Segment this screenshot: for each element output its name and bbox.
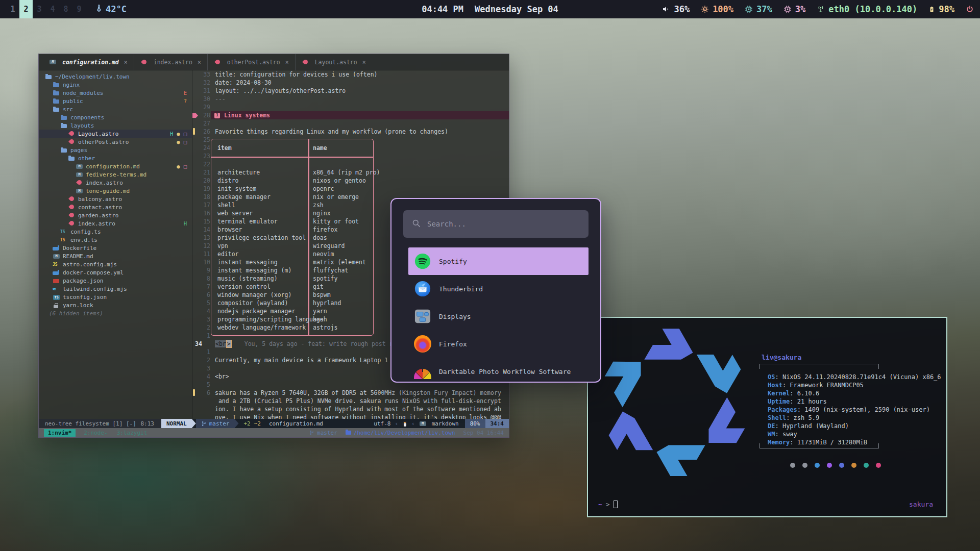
- tree-item-tsconfig.json[interactable]: tsconfig.json: [39, 293, 192, 301]
- badge-sq: □: [184, 139, 187, 145]
- tree-item-astro.config.mjs[interactable]: astro.config.mjs: [39, 260, 192, 268]
- cursor-position: 34:4: [485, 419, 509, 428]
- tab-otherPost.astro[interactable]: otherPost.astro×: [207, 54, 295, 70]
- folder-icon: [68, 155, 76, 161]
- tree-item-label: tsconfig.json: [63, 294, 107, 300]
- git-modified-count: ~2: [254, 420, 261, 427]
- close-icon[interactable]: ×: [124, 59, 128, 66]
- line-number: 14: [192, 226, 210, 234]
- badge-sq: □: [184, 163, 187, 169]
- tree-item-pages[interactable]: pages: [39, 146, 192, 154]
- tree-item-contact.astro[interactable]: contact.astro: [39, 203, 192, 211]
- launcher-item-Darktable Photo Workflow Software[interactable]: Darktable Photo Workflow Software: [408, 358, 589, 383]
- line-number: 13: [192, 234, 210, 242]
- workspace-3[interactable]: 3: [33, 0, 46, 18]
- tab-label: configuration.md: [62, 59, 119, 66]
- main-statusline: NORMAL master +2 ~2 configuration.md utf…: [161, 419, 509, 428]
- palette-dot: [802, 463, 807, 468]
- tab-index.astro[interactable]: index.astro×: [134, 54, 207, 70]
- tree-item-garden.astro[interactable]: garden.astro: [39, 211, 192, 219]
- tree-item-index.astro[interactable]: index.astro: [39, 179, 192, 187]
- close-icon[interactable]: ×: [362, 59, 366, 66]
- tree-item-docker-compose.yml[interactable]: docker-compose.yml: [39, 268, 192, 277]
- tmux-windows: 1:nvim*2:node-3:lazygit: [44, 429, 148, 437]
- tree-item-balcony.astro[interactable]: balcony.astro: [39, 195, 192, 203]
- antenna-icon: [817, 5, 825, 13]
- tree-item-env.d.ts[interactable]: env.d.ts: [39, 236, 192, 244]
- table-cell-name: git: [313, 283, 324, 291]
- search-input[interactable]: Search...: [403, 210, 589, 238]
- workspace-8[interactable]: 8: [59, 0, 72, 18]
- file-icon: [53, 269, 61, 276]
- tmux-window-2:node-[interactable]: 2:node-: [83, 430, 108, 436]
- buffer-line: 23: [192, 152, 509, 160]
- tree-item-other[interactable]: other: [39, 154, 192, 162]
- shell-prompt[interactable]: ~ >: [598, 500, 618, 508]
- tree-item-~/Development/liv.town[interactable]: ~/Development/liv.town: [39, 72, 192, 81]
- separator-chevron: ‹: [395, 420, 398, 427]
- tree-item-layouts[interactable]: layouts: [39, 121, 192, 130]
- workspace-1[interactable]: 1: [6, 0, 19, 18]
- clock-date: Wednesday Sep 04: [475, 4, 558, 14]
- markdown-heading: 1Linux systems: [211, 111, 509, 119]
- tree-item-fediverse-terms.md[interactable]: fediverse-terms.md: [39, 170, 192, 179]
- close-icon[interactable]: ×: [198, 59, 201, 66]
- fetch-info-value: : 1409 (nix-system), 2590 (nix-user): [797, 406, 930, 413]
- line-number: 11: [192, 250, 210, 258]
- volume-stat-value: 36%: [674, 4, 690, 14]
- git-branch: master: [196, 419, 235, 428]
- tree-item-(6 hidden items)[interactable]: (6 hidden items): [39, 309, 192, 317]
- tmux-window-3:lazygit[interactable]: 3:lazygit: [116, 430, 149, 436]
- tree-item-README.md[interactable]: README.md: [39, 252, 192, 260]
- workspace-2[interactable]: 2: [19, 0, 33, 18]
- badge-H: H: [170, 131, 173, 137]
- tab-Layout.astro[interactable]: Layout.astro×: [295, 54, 372, 70]
- line-text: <br>: [215, 372, 229, 381]
- linux-penguin-icon: [402, 420, 407, 427]
- workspace-4[interactable]: 4: [46, 0, 59, 18]
- file-icon: [60, 229, 68, 235]
- launcher-item-Thunderbird[interactable]: Thunderbird: [408, 275, 589, 303]
- tree-item-nginx[interactable]: nginx: [39, 81, 192, 89]
- tree-item-src[interactable]: src: [39, 105, 192, 113]
- table-cell-name: openrc: [313, 185, 334, 193]
- buffer-line: 21architecturex86_64 (rip m2 pro): [192, 168, 509, 177]
- line-text: ion. I have a setup consisting of Hyprla…: [215, 405, 501, 413]
- fetch-info-value: : 21 hours: [790, 398, 826, 405]
- line-number: 4: [192, 372, 210, 381]
- tree-item-node_modules[interactable]: node_modulesE: [39, 89, 192, 97]
- table-cell-name: fluffychat: [313, 266, 348, 274]
- file-icon: [68, 204, 76, 210]
- launcher-item-Spotify[interactable]: Spotify: [408, 247, 589, 275]
- neo-tree-panel: ~/Development/liv.townnginxnode_modulesE…: [39, 70, 192, 419]
- tree-item-tailwind.config.mjs[interactable]: tailwind.config.mjs: [39, 285, 192, 293]
- tree-item-config.ts[interactable]: config.ts: [39, 228, 192, 236]
- tree-item-package.json[interactable]: package.json: [39, 277, 192, 285]
- tree-item-public[interactable]: public?: [39, 97, 192, 105]
- separator-chevron: ‹: [411, 420, 415, 427]
- tree-item-Layout.astro[interactable]: Layout.astroH●□: [39, 130, 192, 138]
- temperature-value: 42°C: [106, 4, 127, 14]
- table-cell-name: bspwm: [313, 291, 331, 299]
- tree-item-components[interactable]: components: [39, 113, 192, 121]
- folder-icon: [60, 147, 68, 153]
- tree-item-configuration.md[interactable]: configuration.md●□: [39, 162, 192, 170]
- power-button[interactable]: [966, 5, 974, 13]
- tmux-status-bar: 1:nvim*2:node-3:lazygit master /home/liv…: [39, 428, 509, 437]
- tree-item-label: layouts: [70, 122, 94, 129]
- tree-item-tone-guide.md[interactable]: tone-guide.md: [39, 187, 192, 195]
- workspace-9[interactable]: 9: [72, 0, 86, 18]
- fetch-info-row: Uptime: 21 hours: [768, 397, 827, 406]
- tree-item-otherPost.astro[interactable]: otherPost.astro●□: [39, 138, 192, 146]
- tree-item-index.astro[interactable]: index.astroH: [39, 219, 192, 228]
- launcher-item-Displays[interactable]: Displays: [408, 303, 589, 330]
- tree-item-label: ~/Development/liv.town: [55, 73, 130, 80]
- tree-item-Dockerfile[interactable]: Dockerfile: [39, 244, 192, 252]
- line-number: 21: [192, 168, 210, 177]
- tree-item-yarn.lock[interactable]: yarn.lock: [39, 301, 192, 309]
- file-encoding: utf-8: [374, 420, 390, 427]
- close-icon[interactable]: ×: [285, 59, 289, 66]
- launcher-item-Firefox[interactable]: Firefox: [408, 330, 589, 358]
- tmux-window-1:nvim*[interactable]: 1:nvim*: [44, 429, 76, 437]
- tab-configuration.md[interactable]: configuration.md×: [43, 54, 134, 70]
